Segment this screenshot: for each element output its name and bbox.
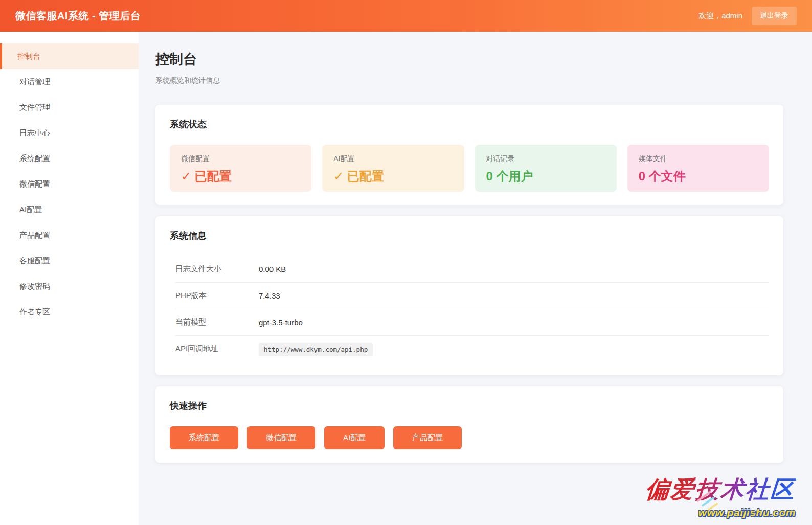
quick-action-system-config[interactable]: 系统配置 (170, 426, 238, 449)
sidebar-item-author-zone[interactable]: 作者专区 (0, 299, 139, 325)
welcome-text: 欢迎，admin (698, 11, 742, 21)
sidebar-item-files[interactable]: 文件管理 (0, 95, 139, 120)
logout-button[interactable]: 退出登录 (752, 7, 797, 25)
status-tile-wechat-config: 微信配置 ✓ 已配置 (170, 145, 311, 192)
quick-action-ai-config[interactable]: AI配置 (324, 426, 385, 449)
info-label: 日志文件大小 (175, 264, 259, 274)
info-label: API回调地址 (175, 344, 259, 354)
tile-value: 0 个用户 (486, 168, 605, 185)
info-row-current-model: 当前模型 gpt-3.5-turbo (175, 309, 769, 336)
header-right: 欢迎，admin 退出登录 (698, 7, 797, 25)
sidebar-item-ai-config[interactable]: AI配置 (0, 197, 139, 222)
system-info-card: 系统信息 日志文件大小 0.00 KB PHP版本 7.4.33 当前模型 gp… (155, 216, 783, 375)
tile-value: ✓ 已配置 (333, 168, 453, 185)
status-tile-media-files: 媒体文件 0 个文件 (627, 145, 769, 192)
status-tile-ai-config: AI配置 ✓ 已配置 (322, 145, 464, 192)
watermark-brush-strokes (695, 491, 726, 512)
info-value: 0.00 KB (259, 265, 286, 273)
tile-value: 0 个文件 (639, 168, 758, 185)
sidebar-item-service-config[interactable]: 客服配置 (0, 248, 139, 273)
info-value: 7.4.33 (259, 291, 280, 300)
sidebar-item-conversations[interactable]: 对话管理 (0, 69, 139, 95)
sidebar-item-product-config[interactable]: 产品配置 (0, 222, 139, 248)
page-title: 控制台 (155, 50, 783, 69)
app-title: 微信客服AI系统 - 管理后台 (15, 9, 141, 23)
quick-action-wechat-config[interactable]: 微信配置 (247, 426, 315, 449)
sidebar: 控制台 对话管理 文件管理 日志中心 系统配置 微信配置 AI配置 产品配置 客… (0, 32, 139, 525)
system-status-title: 系统状态 (170, 118, 769, 130)
status-tile-conversations: 对话记录 0 个用户 (475, 145, 617, 192)
tile-label: 微信配置 (181, 154, 300, 164)
watermark: 偏爱技术社区 www.paijishu.com (645, 474, 796, 519)
app-root: 微信客服AI系统 - 管理后台 欢迎，admin 退出登录 控制台 对话管理 文… (0, 0, 812, 525)
tile-label: AI配置 (333, 154, 453, 164)
sidebar-item-change-password[interactable]: 修改密码 (0, 273, 139, 299)
tile-label: 媒体文件 (639, 154, 758, 164)
status-tiles: 微信配置 ✓ 已配置 AI配置 ✓ 已配置 对话记录 0 个用户 媒体文件 0 … (170, 145, 769, 192)
api-callback-url-chip: http://www.dkym.com/api.php (259, 343, 373, 356)
sidebar-item-wechat-config[interactable]: 微信配置 (0, 171, 139, 197)
quick-action-product-config[interactable]: 产品配置 (393, 426, 462, 449)
info-label: PHP版本 (175, 291, 259, 301)
system-info-table: 日志文件大小 0.00 KB PHP版本 7.4.33 当前模型 gpt-3.5… (170, 256, 769, 362)
info-value: gpt-3.5-turbo (259, 318, 303, 327)
main-content: 控制台 系统概览和统计信息 系统状态 微信配置 ✓ 已配置 AI配置 ✓ 已配置… (139, 32, 812, 525)
quick-actions-card: 快速操作 系统配置 微信配置 AI配置 产品配置 (155, 386, 783, 463)
app-header: 微信客服AI系统 - 管理后台 欢迎，admin 退出登录 (0, 0, 812, 32)
quick-actions-title: 快速操作 (170, 400, 769, 412)
sidebar-item-dashboard[interactable]: 控制台 (0, 43, 139, 69)
tile-value: ✓ 已配置 (181, 168, 300, 185)
page-subtitle: 系统概览和统计信息 (155, 76, 783, 85)
info-label: 当前模型 (175, 317, 259, 327)
info-row-php-version: PHP版本 7.4.33 (175, 283, 769, 309)
sidebar-item-logs[interactable]: 日志中心 (0, 120, 139, 146)
system-info-title: 系统信息 (170, 230, 769, 242)
info-row-log-size: 日志文件大小 0.00 KB (175, 256, 769, 283)
brush-stroke-yellow (707, 502, 718, 511)
sidebar-item-system-config[interactable]: 系统配置 (0, 146, 139, 171)
system-status-card: 系统状态 微信配置 ✓ 已配置 AI配置 ✓ 已配置 对话记录 0 个用户 (155, 105, 783, 205)
tile-label: 对话记录 (486, 154, 605, 164)
quick-actions: 系统配置 微信配置 AI配置 产品配置 (170, 426, 769, 449)
info-row-api-callback-url: API回调地址 http://www.dkym.com/api.php (175, 336, 769, 362)
